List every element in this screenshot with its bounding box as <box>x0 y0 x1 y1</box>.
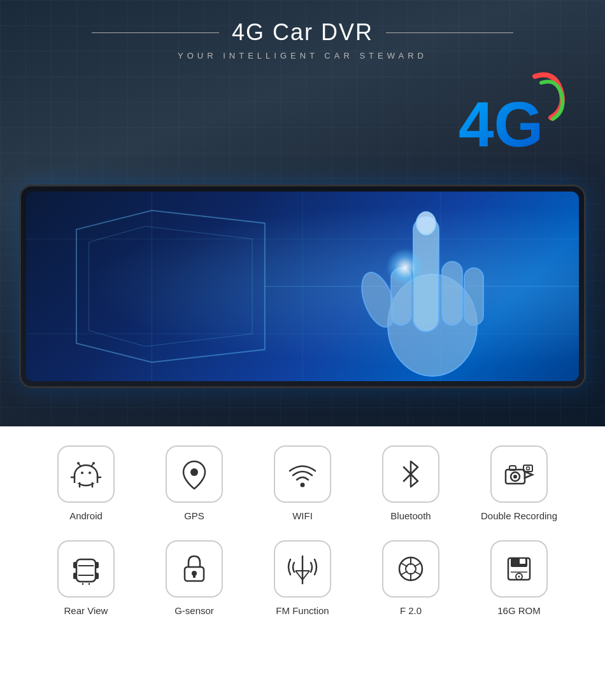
android-label: Android <box>69 510 103 521</box>
logo-4g: 4G <box>452 64 567 165</box>
svg-rect-65 <box>520 559 525 564</box>
f20-icon-box <box>382 540 439 598</box>
android-icon-box <box>57 445 115 503</box>
svg-line-53 <box>295 571 302 580</box>
svg-rect-46 <box>73 573 77 579</box>
svg-point-34 <box>513 475 517 479</box>
hero-title: 4G Car DVR <box>232 19 373 46</box>
feature-bluetooth: Bluetooth <box>369 445 452 521</box>
rear-view-icon-box <box>57 540 115 598</box>
android-icon <box>70 458 102 490</box>
svg-point-31 <box>301 483 305 487</box>
mirror-screen <box>26 192 579 381</box>
svg-rect-44 <box>73 562 77 568</box>
feature-android: Android <box>45 445 127 521</box>
svg-text:4G: 4G <box>459 88 543 160</box>
svg-rect-50 <box>193 574 196 578</box>
svg-line-60 <box>415 571 420 575</box>
gps-icon <box>178 458 210 490</box>
svg-line-59 <box>401 563 407 566</box>
rear-view-label: Rear View <box>64 605 108 616</box>
feature-rear-view: Rear View <box>45 540 127 616</box>
features-row-2: Rear View G-sensor <box>32 540 573 616</box>
svg-rect-12 <box>464 268 483 325</box>
g-sensor-icon-box <box>166 540 223 598</box>
g-sensor-label: G-sensor <box>174 605 214 616</box>
fm-icon <box>287 553 318 585</box>
wifi-label: WIFI <box>292 510 313 521</box>
hand-pointer <box>337 192 528 381</box>
svg-rect-47 <box>95 573 99 579</box>
wifi-icon-box <box>274 445 331 503</box>
svg-point-24 <box>81 472 83 474</box>
svg-point-38 <box>527 467 530 470</box>
features-section: Android GPS WIFI <box>0 426 605 654</box>
rear-view-icon <box>70 553 102 585</box>
svg-line-54 <box>302 571 310 580</box>
g-sensor-icon <box>178 553 210 585</box>
svg-marker-36 <box>525 472 532 478</box>
f20-icon <box>395 553 427 585</box>
hero-subtitle: YOUR INTELLIGENT CAR STEWARD <box>0 51 605 60</box>
feature-wifi: WIFI <box>261 445 344 521</box>
storage-icon <box>503 553 535 585</box>
feature-gps: GPS <box>153 445 236 521</box>
feature-f20: F 2.0 <box>369 540 452 616</box>
svg-point-56 <box>406 564 416 574</box>
svg-point-25 <box>89 472 91 474</box>
title-line-right <box>386 32 513 33</box>
16g-rom-label: 16G ROM <box>497 605 541 616</box>
bluetooth-label: Bluetooth <box>390 510 431 521</box>
svg-marker-2 <box>89 227 252 347</box>
wifi-icon <box>287 458 318 490</box>
gps-label: GPS <box>184 510 204 521</box>
f20-label: F 2.0 <box>400 605 422 616</box>
bluetooth-icon <box>395 458 427 490</box>
features-row-1: Android GPS WIFI <box>32 445 573 521</box>
double-recording-icon <box>503 458 535 490</box>
svg-rect-11 <box>442 262 462 325</box>
feature-g-sensor: G-sensor <box>153 540 236 616</box>
feature-fm: FM Function <box>261 540 344 616</box>
title-line-left <box>92 32 219 33</box>
feature-16g-rom: 16G ROM <box>478 540 560 616</box>
svg-line-62 <box>401 571 407 575</box>
16g-rom-icon-box <box>490 540 548 598</box>
svg-point-30 <box>190 468 198 476</box>
svg-rect-45 <box>95 562 99 568</box>
svg-point-15 <box>416 212 436 235</box>
double-recording-label: Double Recording <box>481 510 557 521</box>
gps-icon-box <box>166 445 223 503</box>
double-recording-icon-box <box>490 445 548 503</box>
bluetooth-icon-box <box>382 445 439 503</box>
svg-line-61 <box>415 563 420 566</box>
hero-title-area: 4G Car DVR YOUR INTELLIGENT CAR STEWARD <box>0 19 605 60</box>
glow-spot <box>386 248 424 286</box>
svg-rect-17 <box>75 475 97 483</box>
svg-point-29 <box>92 462 95 465</box>
fm-icon-box <box>274 540 331 598</box>
svg-rect-39 <box>76 559 96 582</box>
title-line-group: 4G Car DVR <box>0 19 605 46</box>
mirror-device <box>19 185 586 388</box>
hero-section: 4G Car DVR YOUR INTELLIGENT CAR STEWARD … <box>0 0 605 426</box>
svg-point-68 <box>518 576 520 578</box>
fm-label: FM Function <box>276 605 329 616</box>
feature-double-recording: Double Recording <box>478 445 560 521</box>
svg-point-28 <box>77 462 80 465</box>
svg-marker-1 <box>76 211 265 362</box>
